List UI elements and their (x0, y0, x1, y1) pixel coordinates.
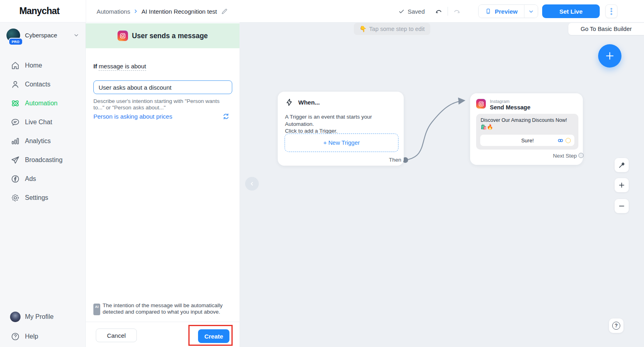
undo-icon (434, 7, 443, 16)
redo-button-disabled[interactable] (452, 6, 462, 16)
breadcrumb-automations-link[interactable]: Automations (97, 8, 130, 15)
next-step-connector-ring[interactable] (578, 153, 584, 158)
condition-type-selector[interactable]: message is about (99, 63, 146, 71)
contacts-icon (10, 80, 20, 89)
facebook-ads-icon (10, 174, 20, 184)
top-bar: Manychat Automations AI Intention Recogn… (0, 0, 644, 23)
panel-header: User sends a message (86, 23, 239, 48)
condition-row: If message is about (93, 63, 146, 70)
sidebar-item-broadcasting[interactable]: Broadcasting (0, 150, 86, 169)
sidebar-item-label: Automation (25, 100, 58, 107)
sidebar-bottom: My Profile Help (0, 307, 86, 346)
rename-flow-button[interactable] (221, 8, 228, 15)
suggestion-row: Person is asking about prices (93, 113, 230, 120)
instagram-icon (118, 31, 128, 41)
panel-footer: Cancel Create (86, 322, 239, 347)
sidebar-item-label: Ads (25, 175, 36, 183)
magic-wand-icon (618, 161, 625, 169)
intention-helper-text: Describe user's intention starting with … (93, 98, 230, 111)
sidebar-item-help[interactable]: Help (0, 326, 86, 346)
cancel-button[interactable]: Cancel (96, 329, 137, 342)
more-options-button[interactable] (605, 4, 617, 18)
link-chain-icon (557, 137, 564, 144)
undo-button[interactable] (433, 6, 444, 16)
ai-note: AI The intention of the message will be … (93, 302, 232, 315)
auto-arrange-button[interactable] (615, 158, 629, 172)
sidebar-item-live-chat[interactable]: Live Chat (0, 113, 86, 131)
send-message-header: Instagram Send Message (476, 99, 530, 111)
chevron-down-icon (528, 9, 534, 14)
sidebar-item-label: Help (25, 333, 38, 340)
quick-reply-icons (557, 137, 574, 144)
gear-icon (10, 193, 20, 203)
flow-connector (239, 23, 644, 347)
collapse-panel-button[interactable] (245, 177, 259, 191)
chevron-right-icon (133, 9, 138, 14)
home-icon (10, 61, 20, 70)
when-description-line2: Click to add a Trigger. (285, 128, 338, 134)
sidebar-item-home[interactable]: Home (0, 56, 86, 75)
history-controls (433, 6, 462, 16)
sidebar-item-settings[interactable]: Settings (0, 188, 86, 207)
sidebar-item-analytics[interactable]: Analytics (0, 131, 86, 150)
reply-connector-ring[interactable] (566, 138, 571, 143)
phone-icon (485, 8, 491, 14)
condition-prefix: If (93, 63, 97, 70)
sidebar-item-label: Settings (25, 194, 48, 201)
sidebar-item-label: Live Chat (25, 119, 52, 126)
when-description-line1: A Trigger is an event that starts your A… (285, 114, 372, 127)
pro-badge: PRO (8, 38, 23, 45)
sidebar-item-my-profile[interactable]: My Profile (0, 307, 86, 326)
instagram-icon (476, 99, 486, 109)
save-status: Saved (398, 8, 425, 15)
breadcrumb: Automations AI Intention Recognition tes… (97, 0, 228, 23)
sidebar: PRO Cyberspace Home Contacts Automation … (0, 23, 86, 347)
channel-label: Instagram (490, 99, 530, 104)
paper-plane-icon (10, 155, 20, 165)
check-icon (398, 8, 405, 14)
plus-icon (605, 51, 615, 61)
sidebar-item-label: Analytics (25, 138, 51, 145)
automation-icon (10, 99, 20, 108)
chat-bubble-icon (10, 117, 20, 127)
profile-avatar (10, 312, 21, 322)
new-trigger-button[interactable]: + New Trigger (285, 133, 398, 152)
sidebar-item-automation[interactable]: Automation (0, 94, 86, 113)
message-text: Discover Our Amazing Discounts Now! 🛍️🔥 (481, 117, 571, 131)
message-bubble[interactable]: Discover Our Amazing Discounts Now! 🛍️🔥 … (476, 114, 578, 150)
pointing-down-emoji: 👇 (359, 26, 367, 33)
manychat-flow-builder: Manychat Automations AI Intention Recogn… (0, 0, 644, 347)
next-step-label: Next Step (521, 153, 577, 159)
hint-text: Tap some step to edit (369, 26, 425, 32)
help-button[interactable]: ? (609, 318, 623, 333)
step-title: Send Message (490, 104, 530, 111)
sidebar-nav: Home Contacts Automation Live Chat Analy… (0, 56, 86, 207)
when-trigger-card[interactable]: When... A Trigger is an event that start… (278, 92, 404, 166)
refresh-suggestion-button[interactable] (222, 113, 230, 120)
zoom-in-button[interactable] (615, 178, 629, 192)
lightning-icon (285, 98, 293, 107)
set-live-button[interactable]: Set Live (542, 4, 600, 18)
workspace-name: Cyberspace (25, 32, 57, 39)
flow-canvas[interactable]: 👇 Tap some step to edit Go To Basic Buil… (239, 23, 644, 347)
sidebar-item-contacts[interactable]: Contacts (0, 75, 86, 94)
topbar-divider (86, 0, 86, 23)
workspace-switcher[interactable]: PRO Cyberspace (0, 27, 86, 47)
bar-chart-icon (10, 136, 20, 146)
create-button[interactable]: Create (198, 329, 229, 343)
preview-dropdown-button[interactable] (524, 5, 538, 18)
add-step-fab-button[interactable] (598, 44, 621, 68)
help-icon (10, 332, 20, 341)
ai-badge: AI (93, 304, 100, 315)
suggestion-link[interactable]: Person is asking about prices (93, 113, 172, 120)
zoom-out-button[interactable] (615, 199, 629, 213)
quick-reply-label: Sure! (480, 138, 557, 144)
sidebar-item-ads[interactable]: Ads (0, 169, 86, 188)
preview-button[interactable]: Preview (479, 5, 524, 18)
intention-input[interactable] (93, 80, 232, 94)
chevron-left-icon (249, 181, 255, 187)
quick-reply-button[interactable]: Sure! (480, 135, 574, 146)
question-mark-icon: ? (612, 322, 620, 330)
then-label: Then (376, 157, 401, 163)
go-to-basic-builder-button[interactable]: Go To Basic Builder (568, 23, 644, 35)
